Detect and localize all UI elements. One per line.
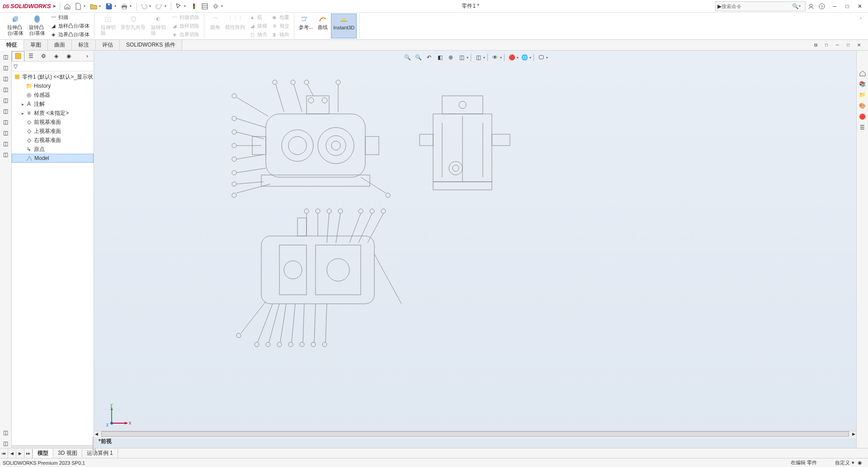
tree-front-plane[interactable]: ◇前视基准面 bbox=[12, 118, 94, 127]
rail-icon-4[interactable]: ◫ bbox=[1, 85, 10, 94]
user-account-icon[interactable] bbox=[806, 1, 816, 12]
ribbon-collapse-icon[interactable]: ˆ bbox=[855, 14, 866, 25]
loft-button[interactable]: ◢放样凸台/基体 bbox=[48, 22, 91, 30]
hole-wizard-button[interactable]: ◯异型孔向导 bbox=[119, 14, 147, 38]
rail-icon-3[interactable]: ◫ bbox=[1, 74, 10, 83]
instant3d-button[interactable]: Instant3D bbox=[331, 14, 357, 38]
shell-button[interactable]: ◻抽壳 bbox=[247, 31, 269, 39]
rail-icon-8[interactable]: ◫ bbox=[1, 128, 10, 137]
boundary-button[interactable]: ◈边界凸台/基体 bbox=[48, 31, 91, 39]
tree-material[interactable]: ▸≡材质 <未指定> bbox=[12, 108, 94, 118]
revolved-cut-button[interactable]: ◐旋转切 除 bbox=[147, 14, 169, 38]
tab-evaluate[interactable]: 评估 bbox=[96, 40, 120, 50]
fm-tab-more-icon[interactable]: › bbox=[81, 51, 94, 61]
close-icon[interactable]: ✕ bbox=[854, 2, 865, 10]
home-icon[interactable] bbox=[62, 1, 73, 12]
taskpane-design-library-icon[interactable]: 📚 bbox=[858, 80, 867, 89]
edit-appearance-icon[interactable]: 🔴 bbox=[507, 52, 517, 62]
taskpane-view-palette-icon[interactable]: 🎨 bbox=[858, 101, 867, 110]
taskpane-custom-props-icon[interactable]: ☰ bbox=[858, 123, 867, 132]
lofted-cut-button[interactable]: ◢放样切除 bbox=[169, 22, 201, 30]
select-icon[interactable] bbox=[173, 1, 184, 12]
swept-cut-button[interactable]: 〰扫描切除 bbox=[169, 14, 201, 22]
bottom-tab-motion[interactable]: 运动算例 1 bbox=[82, 449, 118, 458]
tab-sketch[interactable]: 草图 bbox=[24, 40, 48, 50]
ref-geometry-button[interactable]: 参考... bbox=[297, 14, 315, 38]
rail-bottom-icon-1[interactable]: ◫ bbox=[1, 428, 10, 437]
zoom-fit-icon[interactable]: 🔍 bbox=[402, 52, 412, 62]
fm-tab-tree-icon[interactable] bbox=[12, 51, 24, 61]
view-orientation-icon[interactable]: ◫ bbox=[457, 52, 467, 62]
boundary-cut-button[interactable]: ◈边界切除 bbox=[169, 31, 201, 39]
tab-nav-first-icon[interactable]: ⏮ bbox=[0, 449, 8, 458]
tree-model-sketch[interactable]: Model bbox=[12, 154, 94, 163]
tree-annotations[interactable]: ▸A注解 bbox=[12, 99, 94, 108]
rail-icon-1[interactable]: ◫ bbox=[1, 52, 10, 61]
status-extra-icon[interactable]: ◉ bbox=[854, 458, 865, 467]
search-input[interactable] bbox=[722, 4, 792, 9]
undo-icon[interactable] bbox=[138, 1, 149, 12]
previous-view-icon[interactable]: ↶ bbox=[424, 52, 434, 62]
tab-surfaces[interactable]: 曲面 bbox=[48, 40, 72, 50]
redo-icon[interactable] bbox=[154, 1, 165, 12]
wrap-button[interactable]: ◉包覆 bbox=[269, 14, 291, 22]
tree-sensors[interactable]: ◎传感器 bbox=[12, 90, 94, 99]
save-icon[interactable] bbox=[104, 1, 114, 12]
taskpane-home-icon[interactable] bbox=[858, 69, 867, 78]
rail-icon-6[interactable]: ◫ bbox=[1, 107, 10, 116]
curves-button[interactable]: 曲线 bbox=[315, 14, 331, 38]
rail-icon-5[interactable]: ◫ bbox=[1, 96, 10, 105]
tab-nav-prev-icon[interactable]: ◀ bbox=[8, 449, 16, 458]
tree-right-plane[interactable]: ◇右视基准面 bbox=[12, 136, 94, 145]
viewport-close-icon[interactable]: ✕ bbox=[854, 40, 864, 51]
extrude-boss-button[interactable]: 拉伸凸 台/基体 bbox=[5, 14, 26, 38]
graphics-viewport[interactable]: 🔍 🔍 ↶ ◧ ⊕ ◫▾ ◫▾ 👁▾ 🔴▾ 🌐▾ 🖵▾ bbox=[94, 51, 856, 448]
mirror-button[interactable]: ⧗镜向 bbox=[269, 31, 291, 39]
dynamic-annotation-icon[interactable]: ⊕ bbox=[446, 52, 456, 62]
tab-annotations[interactable]: 标注 bbox=[72, 40, 96, 50]
rail-icon-7[interactable]: ◫ bbox=[1, 118, 10, 127]
rail-icon-2[interactable]: ◫ bbox=[1, 63, 10, 72]
status-custom[interactable]: 自定义 bbox=[835, 459, 850, 466]
tree-history[interactable]: 📁History bbox=[12, 81, 94, 90]
hide-show-icon[interactable]: 👁 bbox=[490, 52, 500, 62]
rebuild-icon[interactable] bbox=[189, 1, 199, 12]
options-panel-icon[interactable] bbox=[199, 1, 210, 12]
intersect-button[interactable]: ⊗相交 bbox=[269, 22, 291, 30]
view-settings-icon[interactable]: 🖵 bbox=[536, 52, 546, 62]
tab-features[interactable]: 特征 bbox=[0, 40, 24, 51]
taskpane-file-explorer-icon[interactable]: 📁 bbox=[858, 90, 867, 99]
tab-nav-next-icon[interactable]: ▶ bbox=[16, 449, 24, 458]
new-icon[interactable] bbox=[73, 1, 84, 12]
open-icon[interactable] bbox=[88, 1, 99, 12]
fillet-button[interactable]: ◠圆角 bbox=[207, 14, 223, 38]
taskpane-appearances-icon[interactable]: 🔴 bbox=[858, 112, 867, 121]
bottom-tab-3dview[interactable]: 3D 视图 bbox=[53, 449, 82, 458]
rail-bottom-icon-2[interactable]: ◫ bbox=[1, 439, 10, 448]
revolve-boss-button[interactable]: 旋转凸 台/基体 bbox=[26, 14, 48, 38]
maximize-icon[interactable]: □ bbox=[842, 2, 853, 10]
settings-gear-icon[interactable] bbox=[210, 1, 221, 12]
viewport-restore-icon[interactable]: □ bbox=[821, 40, 832, 51]
bottom-tab-model[interactable]: 模型 bbox=[33, 449, 53, 458]
viewport-window-icon[interactable]: ⧉ bbox=[810, 40, 821, 51]
tree-top-plane[interactable]: ◇上视基准面 bbox=[12, 127, 94, 136]
horizontal-scrollbar[interactable]: ◀ ▶ bbox=[94, 431, 856, 438]
print-icon[interactable] bbox=[119, 1, 130, 12]
fm-tab-display-icon[interactable]: ◉ bbox=[62, 51, 75, 61]
tab-addins[interactable]: SOLIDWORKS 插件 bbox=[120, 40, 182, 50]
rail-icon-10[interactable]: ◫ bbox=[1, 150, 10, 159]
help-icon[interactable]: ? bbox=[816, 1, 827, 12]
tab-nav-last-icon[interactable]: ⏭ bbox=[24, 449, 33, 458]
draft-button[interactable]: ◢拔模 bbox=[247, 22, 269, 30]
section-view-icon[interactable]: ◧ bbox=[435, 52, 445, 62]
zoom-area-icon[interactable]: 🔍 bbox=[413, 52, 423, 62]
tree-root[interactable]: 零件1 (默认) <<默认>_显示状 bbox=[12, 72, 94, 81]
view-triad[interactable]: x y z bbox=[105, 403, 132, 430]
search-command-box[interactable]: ▶ 🔍▾ bbox=[715, 1, 806, 11]
rib-button[interactable]: ▲筋 bbox=[247, 14, 269, 22]
fm-tab-property-icon[interactable]: ☰ bbox=[24, 51, 37, 61]
display-style-icon[interactable]: ◫ bbox=[473, 52, 483, 62]
viewport-max-icon[interactable]: □ bbox=[843, 40, 854, 51]
viewport-min-icon[interactable]: ─ bbox=[832, 40, 843, 51]
